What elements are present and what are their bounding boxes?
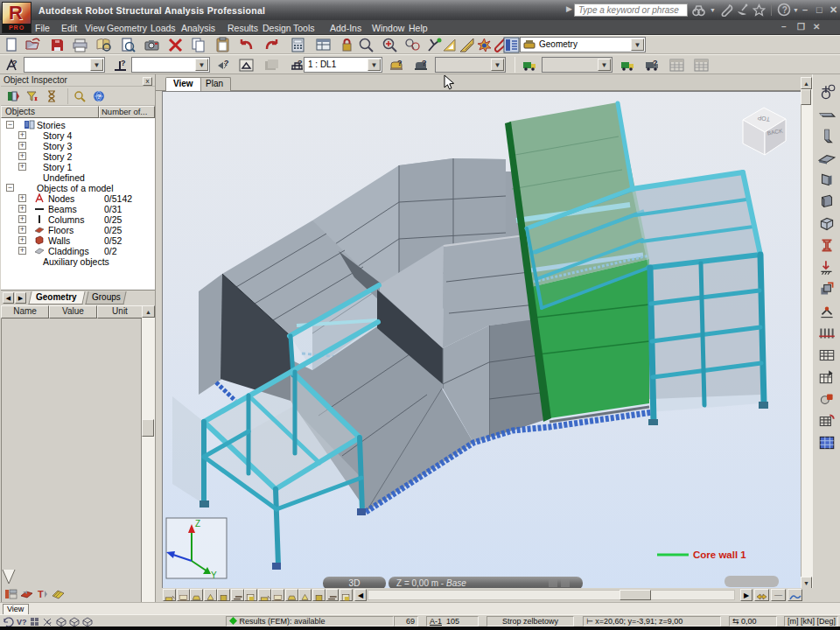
svg-text:Y: Y bbox=[211, 570, 217, 580]
svg-text:Z: Z bbox=[195, 519, 200, 528]
svg-text:V?: V? bbox=[17, 618, 27, 626]
svg-text:?: ? bbox=[121, 59, 126, 67]
svg-text:?: ? bbox=[224, 59, 229, 67]
svg-text:T: T bbox=[38, 589, 44, 599]
svg-text:?: ? bbox=[298, 59, 303, 67]
svg-text:3D: 3D bbox=[349, 578, 360, 588]
svg-text:?: ? bbox=[422, 59, 427, 67]
svg-text:?: ? bbox=[97, 93, 102, 101]
svg-text:?: ? bbox=[12, 59, 18, 67]
svg-text:?: ? bbox=[397, 59, 402, 67]
svg-text:?: ? bbox=[782, 5, 788, 15]
svg-text:Z = 0,00 m - Base: Z = 0,00 m - Base bbox=[396, 578, 466, 588]
svg-text:Core wall 1: Core wall 1 bbox=[693, 550, 746, 560]
svg-text:?: ? bbox=[653, 59, 658, 67]
